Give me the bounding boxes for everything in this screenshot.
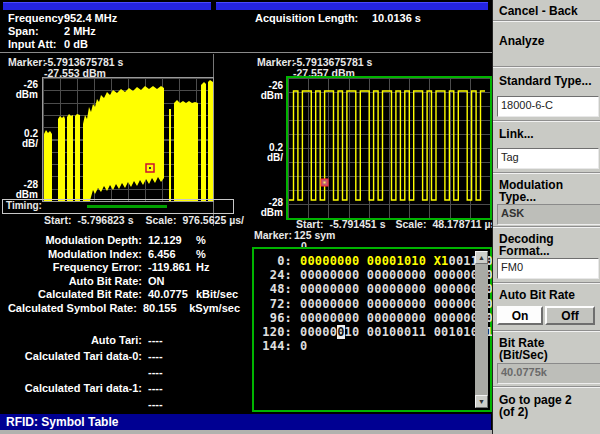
symbol-segment: 00000000 00000000 00000000 [300, 268, 493, 282]
measurement-label: Auto Tari: [0, 334, 142, 346]
measurement-value: ON [148, 275, 194, 287]
left-waveform-svg [43, 78, 213, 201]
measurement-value: ---- [148, 334, 194, 346]
measurement-value: 80.155 [143, 302, 187, 314]
measurement-value: 12.129 [148, 234, 194, 246]
scroll-down-icon[interactable]: ▼ [475, 395, 488, 408]
measurement-unit: Hz [196, 261, 209, 273]
measurement-unit: % [196, 234, 206, 246]
right-start-value: -5.791451 s [329, 218, 385, 230]
cancel-back-button[interactable]: Cancel - Back [499, 4, 578, 18]
symbol-rows: 0:00000000 00001010 X100110024:00000000 … [258, 254, 493, 353]
right-waveform-svg [288, 78, 486, 214]
input-att-value: 0 dB [64, 38, 88, 50]
analyze-button[interactable]: Analyze [499, 34, 544, 48]
measurement-row: Modulation Index:6.456% [0, 248, 240, 262]
right-chart-plot[interactable] [286, 76, 492, 220]
auto-bit-rate-button[interactable]: Auto Bit Rate [499, 288, 575, 302]
symbol-table-row: 48:00000000 00000000 00000000 [258, 282, 493, 296]
measurement-row: Modulation Depth:12.129% [0, 234, 240, 248]
measurement-value: ---- [148, 382, 194, 394]
right-chart-marker-icon [321, 179, 328, 186]
symbol-table-row: 0:00000000 00001010 X1001100 [258, 254, 493, 268]
measurement-label: Calculated Tari data-0: [0, 350, 142, 362]
measurement-value: 6.456 [148, 248, 194, 260]
symbol-segment: 00000000 00001010 X1 [300, 254, 449, 268]
measurement-row: Calculated Tari data-0:---- [0, 350, 240, 366]
left-scale-value: 976.5625 µs/ [182, 214, 244, 226]
measurement-label: Modulation Depth: [0, 234, 142, 246]
right-marker-label: Marker: [257, 56, 295, 68]
measurements-main: Modulation Depth:12.129%Modulation Index… [0, 234, 240, 316]
softkey-sidebar: Cancel - Back Analyze Standard Type... 1… [492, 0, 600, 434]
left-marker-label: Marker: [8, 56, 46, 68]
status-bar: RFID: Symbol Table [0, 414, 491, 430]
left-start-value: -5.796823 s [77, 214, 133, 226]
symbol-table-row: 96:00000000 00000000 00000000 [258, 311, 493, 325]
measurement-row: Auto Bit Rate:ON [0, 275, 240, 289]
standard-type-field[interactable]: 18000-6-C [497, 96, 599, 117]
right-axis-top-unit: dBm [245, 90, 283, 101]
info-bar-divider [0, 52, 492, 53]
bottom-strip [0, 430, 492, 434]
symbol-segment: 0 [300, 339, 307, 353]
analyzer-screen: Frequency: 952.4 MHz Span: 2 MHz Input A… [0, 0, 600, 434]
auto-bit-rate-on-button[interactable]: On [497, 306, 543, 325]
frequency-label: Frequency: [8, 12, 67, 24]
symbol-segment: 00000 [300, 325, 337, 339]
symbol-row-index: 72: [258, 297, 292, 311]
modulation-type-button-line2[interactable]: Type... [499, 190, 536, 204]
status-bar-text: RFID: Symbol Table [6, 415, 118, 429]
timing-box: Timing: [2, 199, 234, 214]
symbol-segment: 00000000 00000000 00000000 [300, 297, 493, 311]
symbol-row-index: 144: [258, 339, 292, 353]
measurement-row: Frequency Error:-119.861Hz [0, 261, 240, 275]
scroll-up-icon[interactable]: ▲ [475, 251, 488, 264]
measurement-row: Calculated Bit Rate:40.0775kBit/sec [0, 288, 240, 302]
symbol-table-scrollbar[interactable]: ▲ ▼ [475, 251, 488, 408]
symbol-marker-label: Marker: [254, 229, 292, 241]
measurement-label: Calculated Symbol Rate: [0, 302, 137, 314]
sidebar-divider [493, 330, 600, 332]
symbol-table[interactable]: 0:00000000 00001010 X100110024:00000000 … [252, 247, 492, 412]
standard-type-button[interactable]: Standard Type... [499, 74, 591, 88]
left-axis-mid-unit: dB/ [0, 138, 38, 149]
right-scale-value: 48.178711 µs/ [432, 218, 499, 230]
measurement-row: Calculated Symbol Rate:80.155kSym/sec [0, 302, 240, 316]
measurement-unit: kBit/sec [196, 288, 238, 300]
modulation-type-value: ASK [497, 204, 600, 225]
symbol-row-index: 96: [258, 311, 292, 325]
timing-range-bar[interactable] [87, 205, 167, 208]
acquisition-length-label: Acquisition Length: [255, 12, 358, 24]
right-waveform [289, 91, 485, 200]
timing-label: Timing: [6, 200, 42, 211]
right-axis-mid-unit: dB/ [245, 152, 283, 163]
measurement-value: ---- [148, 398, 194, 410]
measurement-unit: % [196, 248, 206, 260]
sidebar-divider [493, 66, 600, 68]
decoding-format-field[interactable]: FM0 [497, 258, 599, 279]
link-button[interactable]: Link... [499, 127, 534, 141]
decoding-format-button-line2[interactable]: Format... [499, 244, 550, 258]
sidebar-divider [493, 172, 600, 174]
titlebar-right [216, 2, 488, 10]
measurement-value: ---- [148, 350, 194, 362]
measurement-label: Calculated Bit Rate: [0, 288, 142, 300]
symbol-row-index: 48: [258, 282, 292, 296]
span-value: 2 MHz [64, 25, 96, 37]
measurement-unit: kSym/sec [189, 302, 240, 314]
measurement-value: 40.0775 [148, 288, 194, 300]
left-chart-plot[interactable] [42, 77, 214, 202]
symbol-table-row: 144:0 [258, 339, 493, 353]
symbol-table-row: 24:00000000 00000000 00000000 [258, 268, 493, 282]
symbol-table-row: 120:00000010 00100011 00101001 [258, 325, 493, 339]
left-axis-top-unit: dBm [0, 89, 38, 100]
measurement-label: Calculated Tari data-1: [0, 382, 142, 394]
acquisition-length-value: 10.0136 s [372, 12, 421, 24]
sidebar-divider [493, 120, 600, 122]
symbol-row-index: 120: [258, 325, 292, 339]
goto-page-button-line2[interactable]: (of 2) [499, 405, 528, 419]
link-field[interactable]: Tag [497, 148, 599, 169]
left-scale-label: Scale: [145, 214, 176, 226]
auto-bit-rate-off-button[interactable]: Off [545, 306, 595, 325]
